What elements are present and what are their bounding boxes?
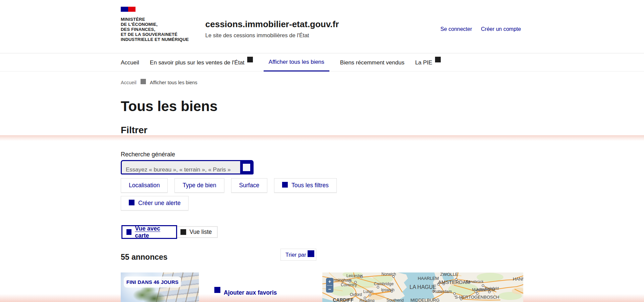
nav-item-biens-recemment-vendus[interactable]: Biens récemment vendus <box>340 54 405 71</box>
filter-heading: Filtrer <box>121 125 147 136</box>
map-city-marker <box>377 286 379 288</box>
flag-red <box>128 7 136 12</box>
zoom-in-button[interactable]: + <box>326 278 333 285</box>
french-flag-icon <box>121 7 189 12</box>
map-view-icon <box>126 229 131 235</box>
map-city-label: Ipswich <box>381 288 394 292</box>
ministry-line: ET DE LA SOUVERAINETÉ <box>121 32 189 37</box>
ministry-line: INDUSTRIELLE ET NUMÉRIQUE <box>121 37 189 42</box>
nav-item-afficher-tous-les-biens[interactable]: Afficher tous les biens <box>264 54 329 71</box>
breadcrumb: Accueil Afficher tous les biens <box>121 80 197 85</box>
ministry-wordmark: MINISTÈRE DE L'ÉCONOMIE, DES FINANCES, E… <box>121 17 189 42</box>
map-city-label: CARDIFF <box>333 297 354 302</box>
search-group <box>121 160 254 174</box>
ministry-line: MINISTÈRE <box>121 17 189 22</box>
breadcrumb-current: Afficher tous les biens <box>150 80 198 85</box>
map-view-toggle[interactable]: Vue avec carte <box>121 225 177 239</box>
filter-label: Tous les filtres <box>291 182 329 189</box>
filter-label: Surface <box>239 182 259 189</box>
heart-icon <box>214 287 220 293</box>
map-canvas: LeicesterNorwichBirminghamCoventryCambri… <box>322 272 523 302</box>
nav-item-accueil[interactable]: Accueil <box>121 54 139 71</box>
map-city-label: Southend <box>386 298 404 302</box>
map-city-label: Coventry <box>341 283 357 287</box>
decorative-gradient-band <box>0 294 644 302</box>
nav-label: Afficher tous les biens <box>269 59 324 65</box>
sort-button[interactable]: Trier par <box>280 249 316 261</box>
ministry-line: DE L'ÉCONOMIE, <box>121 22 189 27</box>
map-city-label: Osnabrück <box>466 280 484 284</box>
external-link-icon <box>247 57 253 62</box>
ministry-line: DES FINANCES, <box>121 27 189 32</box>
breadcrumb-home[interactable]: Accueil <box>121 80 137 85</box>
main-nav: Accueil En savoir plus sur les ventes de… <box>0 54 644 71</box>
filter-surface-button[interactable]: Surface <box>231 178 267 193</box>
filter-label: Type de bien <box>182 182 216 189</box>
search-button[interactable] <box>240 161 253 173</box>
create-alert-button[interactable]: Créer une alerte <box>121 196 189 210</box>
nav-label: Accueil <box>121 59 139 66</box>
nav-item-la-pie[interactable]: La PIE <box>415 54 441 71</box>
filter-localisation-button[interactable]: Localisation <box>121 178 168 193</box>
countdown-badge: FINI DANS 46 JOURS <box>124 276 181 288</box>
map-city-label: Rotterdam <box>433 289 452 294</box>
toggle-label: Vue avec carte <box>135 225 172 239</box>
map-city-label: HANNO <box>513 276 523 282</box>
filter-type-de-bien-button[interactable]: Type de bien <box>174 178 224 193</box>
gov-logo-block[interactable]: MINISTÈRE DE L'ÉCONOMIE, DES FINANCES, E… <box>121 7 189 42</box>
map[interactable]: LeicesterNorwichBirminghamCoventryCambri… <box>322 272 523 302</box>
map-city-label: Cambridge <box>374 282 394 286</box>
search-label: Recherche générale <box>121 151 175 158</box>
nav-label: Biens récemment vendus <box>340 59 405 66</box>
map-city-label: HAARLEM <box>418 276 439 281</box>
search-icon <box>243 164 250 171</box>
map-city-label: Münster <box>472 288 485 292</box>
list-view-icon <box>180 229 186 235</box>
search-input[interactable] <box>122 161 240 173</box>
site-identity: cessions.immobilier-etat.gouv.fr Le site… <box>205 19 339 39</box>
signup-link[interactable]: Créer un compte <box>481 26 521 32</box>
filter-button-row: Localisation Type de bien Surface Tous l… <box>121 178 337 193</box>
list-view-toggle[interactable]: Vue liste <box>177 226 218 238</box>
page: MINISTÈRE DE L'ÉCONOMIE, DES FINANCES, E… <box>0 0 644 302</box>
sort-icon <box>308 250 314 257</box>
map-city-label: 'S-HERTOGENBOSCH <box>454 295 499 300</box>
map-city-label: Norwich <box>381 272 396 276</box>
map-city-marker <box>369 294 371 296</box>
zoom-out-button[interactable]: − <box>326 286 333 293</box>
site-tagline: Le site des cessions immobilières de l'É… <box>205 32 339 39</box>
map-city-marker <box>482 285 484 287</box>
nav-label: En savoir plus sur les ventes de l'État <box>150 59 245 66</box>
map-city-label: MIDDELBURG <box>411 298 440 302</box>
external-link-icon <box>435 57 441 62</box>
results-count: 55 annonces <box>121 253 167 262</box>
toggle-label: Vue liste <box>190 229 212 236</box>
map-city-label: Reading <box>360 298 375 302</box>
map-city-label: LA HAGUE <box>410 284 436 290</box>
map-city-label: Luton <box>363 289 373 294</box>
decorative-gradient-band <box>0 135 644 141</box>
add-to-favorites-button[interactable]: Ajouter aux favoris <box>214 287 277 296</box>
flag-blue <box>121 7 128 12</box>
bell-icon <box>129 200 135 205</box>
login-link[interactable]: Se connecter <box>440 26 472 32</box>
map-city-label: Leicester <box>346 273 363 278</box>
all-filters-button[interactable]: Tous les filtres <box>274 178 337 193</box>
page-title: Tous les biens <box>121 98 218 114</box>
map-zoom-control: + − <box>326 278 333 293</box>
map-city-label: Bielefeld <box>485 286 499 290</box>
site-title[interactable]: cessions.immobilier-etat.gouv.fr <box>205 19 339 30</box>
site-header: MINISTÈRE DE L'ÉCONOMIE, DES FINANCES, E… <box>0 0 644 53</box>
filters-icon <box>282 182 288 188</box>
nav-label: La PIE <box>415 59 432 66</box>
map-city-label: Oxford <box>350 292 362 297</box>
favorite-label: Ajouter aux favoris <box>224 289 277 296</box>
filter-label: Créer une alerte <box>138 200 180 207</box>
breadcrumb-separator-icon <box>141 79 146 84</box>
listing-card-photo[interactable]: FINI DANS 46 JOURS <box>121 272 199 302</box>
map-city-label: ZWOLLE <box>440 272 458 277</box>
filter-label: Localisation <box>129 182 160 189</box>
sort-label: Trier par <box>285 252 306 258</box>
nav-item-en-savoir-plus[interactable]: En savoir plus sur les ventes de l'État <box>150 54 253 71</box>
